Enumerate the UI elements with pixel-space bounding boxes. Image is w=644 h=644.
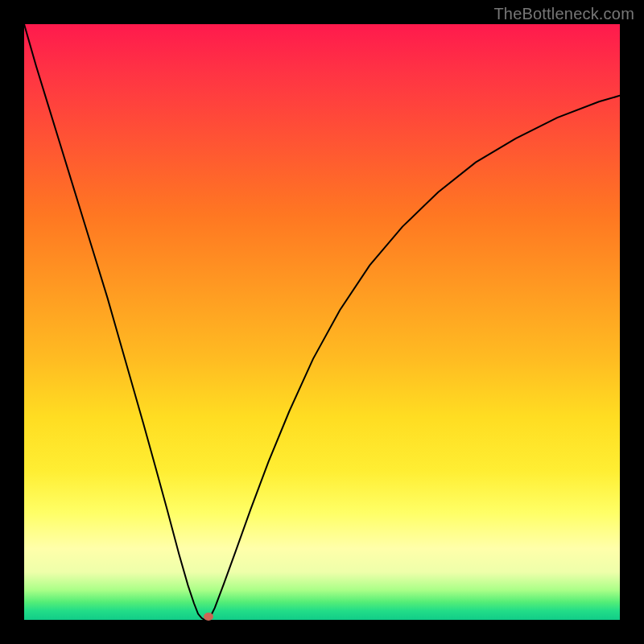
optimum-marker (204, 613, 213, 621)
bottleneck-curve (24, 24, 620, 620)
plot-area (24, 24, 620, 620)
watermark-text: TheBottleneck.com (493, 5, 634, 23)
chart-frame: TheBottleneck.com (0, 0, 644, 644)
